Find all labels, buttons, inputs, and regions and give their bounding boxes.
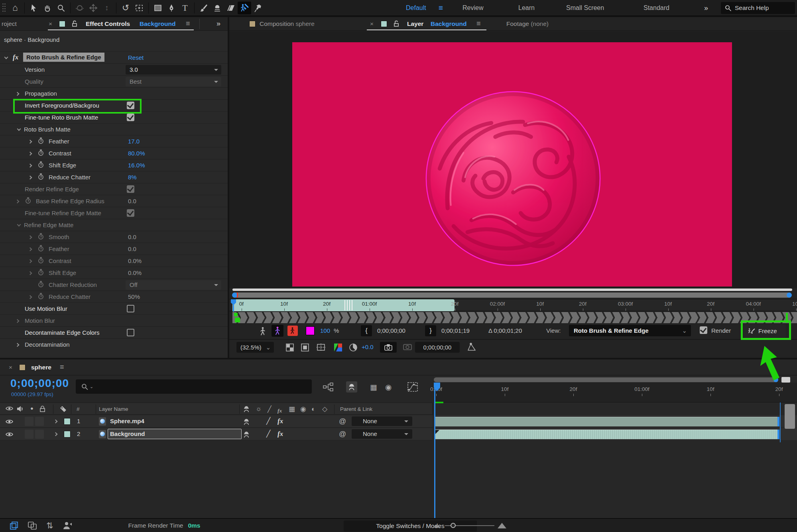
reset-link[interactable]: Reset <box>128 52 144 64</box>
use-motion-blur-checkbox[interactable] <box>127 305 134 312</box>
audio-cell[interactable] <box>25 430 33 439</box>
safe-margins-icon[interactable] <box>317 344 325 351</box>
layer-name-edit-field[interactable]: Background <box>108 429 242 439</box>
comp-color-swatch[interactable] <box>19 364 26 371</box>
row-refine-edge-matte[interactable]: Refine Edge Matte <box>0 219 228 231</box>
layer-2-duration-bar[interactable] <box>435 430 779 439</box>
expand-icon[interactable] <box>28 295 32 299</box>
stopwatch-icon[interactable] <box>38 246 43 251</box>
close-tab-icon[interactable]: × <box>370 17 374 30</box>
row-use-motion-blur[interactable]: Use Motion Blur <box>0 302 228 314</box>
view-rotobrush-matte-icon[interactable] <box>272 325 283 337</box>
label-column-icon[interactable] <box>60 406 67 412</box>
viewer-h-scrollbar[interactable] <box>232 289 792 291</box>
puppet-pin-tool-icon[interactable] <box>251 2 265 14</box>
expand-icon[interactable] <box>28 152 32 156</box>
rotobrush-propagation-strip[interactable] <box>232 312 797 323</box>
time-navigator-bar[interactable] <box>232 293 791 298</box>
chatter-reduction-dropdown[interactable]: Off <box>126 280 221 290</box>
layer-row-1[interactable]: 1 Sphere.mp4 ╱ fx @ None <box>0 415 433 428</box>
quality-dropdown[interactable]: Best <box>126 77 221 86</box>
row-reduce-chatter2[interactable]: Reduce Chatter 50% <box>0 291 228 302</box>
layer-tab-name[interactable]: Background <box>431 17 466 30</box>
lock-cell[interactable] <box>35 430 44 439</box>
unlock-icon[interactable] <box>394 20 399 27</box>
toggle-switches-modes-button[interactable]: Toggle Switches / Modes <box>344 520 477 532</box>
version-dropdown[interactable]: 3.0 <box>126 65 221 75</box>
panel-menu-icon[interactable]: ≡ <box>60 361 64 374</box>
row-decontaminate-edge-colors[interactable]: Decontaminate Edge Colors <box>0 326 228 338</box>
workspace-tab-learn[interactable]: Learn <box>518 0 535 16</box>
render-refine-edge-checkbox[interactable] <box>127 185 134 193</box>
exposure-value[interactable]: +0.0 <box>362 344 374 350</box>
rotation-tool-icon[interactable]: ↺ <box>119 2 132 14</box>
timeline-tab-name[interactable]: sphere <box>31 361 51 374</box>
expand-icon[interactable] <box>28 140 32 144</box>
magnification-dropdown[interactable]: (32.5%) ⌄ <box>236 342 274 353</box>
expand-icon[interactable] <box>16 343 20 347</box>
expand-transfer-controls-icon[interactable] <box>28 522 37 530</box>
solo-column-icon[interactable]: ● <box>30 406 33 411</box>
parent-dropdown[interactable]: None <box>352 416 412 426</box>
contrast-value[interactable]: 80.0% <box>128 147 145 159</box>
adjustment-column-icon[interactable]: ◐ <box>311 403 315 415</box>
pickwhip-icon[interactable]: @ <box>339 430 346 438</box>
stopwatch-icon[interactable] <box>38 175 43 180</box>
collapse-column-icon[interactable]: ☼ <box>256 402 262 415</box>
rectangle-tool-icon[interactable] <box>151 2 165 14</box>
view-original-icon[interactable] <box>260 327 266 336</box>
pan-camera-tool-icon[interactable] <box>87 2 100 14</box>
audio-cell[interactable] <box>25 417 33 426</box>
motion-blur-icon[interactable]: ◉ <box>385 383 392 391</box>
feather-value[interactable]: 17.0 <box>128 135 140 147</box>
decontaminate-checkbox[interactable] <box>127 329 134 336</box>
close-tab-icon[interactable]: × <box>49 17 52 30</box>
boundary-opacity-value[interactable]: 100 <box>320 327 330 334</box>
finetune-refine-edge-checkbox[interactable] <box>127 209 134 217</box>
footage-tab[interactable]: Footage (none) <box>506 17 549 30</box>
row-feather[interactable]: Feather 17.0 <box>0 135 228 147</box>
current-timecode[interactable]: 0;00;00;00 <box>10 377 69 390</box>
effect-controls-tab-target[interactable]: Background <box>140 17 175 30</box>
stopwatch-icon[interactable] <box>38 270 43 275</box>
effect-controls-tab-title[interactable]: Effect Controls <box>86 17 130 30</box>
eye-column-icon[interactable] <box>6 406 13 411</box>
row-finetune-refine-edge[interactable]: Fine-tune Refine Edge Matte <box>0 207 228 219</box>
quality-column-icon[interactable]: ╱ <box>268 403 272 415</box>
layer-1-duration-bar[interactable] <box>435 417 779 426</box>
workspace-tab-review[interactable]: Review <box>462 0 483 16</box>
expand-icon[interactable] <box>28 236 32 239</box>
panel-overflow-icon[interactable]: » <box>216 17 220 30</box>
workspace-menu-icon[interactable]: ≡ <box>439 0 443 16</box>
boundary-color-swatch[interactable] <box>306 326 315 335</box>
project-tab[interactable]: roject <box>2 17 17 30</box>
zoom-in-mountain-icon[interactable] <box>498 522 506 528</box>
audio-column-icon[interactable] <box>17 406 23 412</box>
stopwatch-icon[interactable] <box>38 258 43 263</box>
view-dropdown[interactable]: Roto Brush & Refine Edge ⌄ <box>569 325 691 336</box>
layer-color-swatch[interactable] <box>381 21 387 27</box>
expand-icon[interactable] <box>28 176 32 180</box>
home-icon[interactable]: ⌂ <box>8 2 22 14</box>
workspace-tab-default[interactable]: Default <box>406 0 426 16</box>
quality-toggle[interactable]: ╱ <box>266 430 270 437</box>
shy-icon[interactable] <box>243 418 250 425</box>
expand-icon[interactable] <box>28 247 32 251</box>
transparency-grid-icon[interactable] <box>286 344 294 351</box>
layer-tab-title[interactable]: Layer <box>407 17 423 30</box>
search-help-field[interactable]: Search Help <box>721 2 795 14</box>
track-time-ruler[interactable]: 0:00f10f20f01:00f10f20f <box>434 383 797 402</box>
camera-track-tool-icon[interactable] <box>132 2 146 14</box>
hand-tool-icon[interactable] <box>41 2 54 14</box>
track-h-scrollbar[interactable] <box>434 377 778 382</box>
row-chatter-reduction[interactable]: Chatter Reduction Off <box>0 279 228 291</box>
channel-selector-icon[interactable] <box>333 343 343 352</box>
row-shift-edge2[interactable]: Shift Edge 0.0% <box>0 267 228 279</box>
timeline-zoom-knob[interactable] <box>451 523 456 528</box>
eraser-tool-icon[interactable] <box>224 2 238 14</box>
row-smooth[interactable]: Smooth 0.0 <box>0 231 228 243</box>
track-area[interactable]: 0:00f10f20f01:00f10f20f <box>434 375 797 519</box>
expand-in-out-icon[interactable]: ⇅ <box>46 521 53 530</box>
render-checkbox[interactable] <box>700 326 707 334</box>
stopwatch-icon[interactable] <box>38 163 43 168</box>
